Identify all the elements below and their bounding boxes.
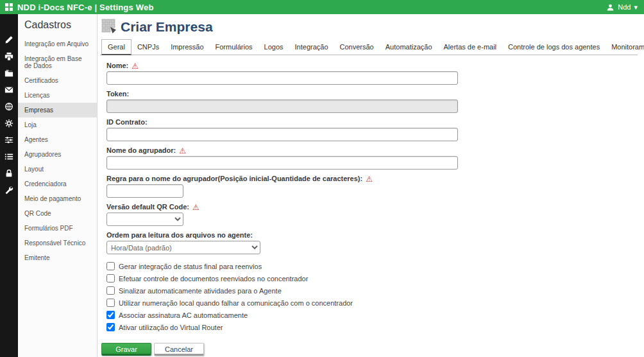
top-bar: NDD i-Docs NFC-e | Settings Web Ndd ▾: [0, 0, 644, 14]
assinatura-ac-checkbox[interactable]: [106, 311, 115, 319]
sidebar-item-integracao-base-dados[interactable]: Integração em Base de Dados: [18, 51, 97, 73]
sidebar-item-agentes[interactable]: Agentes: [18, 132, 97, 147]
virtual-router-checkbox[interactable]: [106, 323, 115, 331]
field-ordem-leitura: Ordem para leitura dos arquivos no agent…: [106, 231, 638, 254]
mail-icon[interactable]: [4, 85, 14, 94]
sidebar-item-certificados[interactable]: Certificados: [18, 73, 97, 88]
page-header: Criar Empresa: [100, 17, 638, 37]
user-icon: [606, 3, 614, 12]
id-contrato-label: ID Contrato:: [106, 118, 638, 126]
module-grid-icon: [101, 18, 117, 36]
warning-icon: ⚠: [366, 175, 373, 183]
field-id-contrato: ID Contrato:: [106, 118, 638, 141]
tab-conversao[interactable]: Conversão: [334, 40, 380, 55]
chevron-down-icon: ▾: [634, 3, 638, 12]
field-regra-agrupador: Regra para o nome do agrupador(Posição i…: [106, 175, 638, 198]
pen-icon[interactable]: [4, 35, 14, 44]
sidebar-item-agrupadores[interactable]: Agrupadores: [18, 147, 97, 162]
app-window: NDD i-Docs NFC-e | Settings Web Ndd ▾: [0, 0, 644, 357]
sidebar-item-credenciadora[interactable]: Credenciadora: [18, 177, 97, 191]
checkbox-assinatura-ac: Associar assinatura AC automaticamente: [106, 311, 638, 319]
warning-icon: ⚠: [192, 204, 199, 211]
lock-icon[interactable]: [4, 168, 14, 178]
nome-agrupador-label: Nome do agrupador: ⚠: [106, 146, 638, 155]
checkbox-group: Gerar integração de status final para re…: [106, 262, 638, 331]
nome-input[interactable]: [106, 71, 458, 85]
token-label: Token:: [106, 90, 638, 98]
sidebar-item-licencas[interactable]: Licenças: [18, 88, 97, 103]
tab-formularios[interactable]: Formulários: [210, 40, 258, 55]
form-actions: Gravar Cancelar: [101, 343, 638, 356]
tab-integracao[interactable]: Integração: [289, 40, 334, 55]
checkbox-sinalizar-atividades: Sinalizar automaticamente atividades par…: [106, 286, 638, 295]
numeracao-local-checkbox[interactable]: [106, 299, 115, 307]
icon-rail: [0, 14, 18, 357]
tab-automatizacao[interactable]: Automatização: [380, 40, 438, 55]
sidebar-title: Cadastros: [18, 14, 97, 37]
printer-icon[interactable]: [4, 51, 14, 61]
regra-agrupador-label: Regra para o nome do agrupador(Posição i…: [106, 175, 638, 183]
globe-icon[interactable]: [4, 101, 14, 111]
field-nome-agrupador: Nome do agrupador: ⚠: [106, 146, 638, 170]
sidebar-item-emitente[interactable]: Emitente: [18, 250, 97, 265]
sidebar-item-meio-pagamento[interactable]: Meio de pagamento: [18, 191, 97, 206]
page-title: Criar Empresa: [121, 19, 213, 35]
form-geral: Nome: ⚠ Token: ID Contrato:: [100, 55, 638, 356]
tab-controle-logs-agentes[interactable]: Controle de logs dos agentes: [502, 40, 606, 55]
tab-logos[interactable]: Logos: [258, 40, 289, 55]
efetuar-controle-reenviados-checkbox[interactable]: [106, 274, 115, 283]
app-title: NDD i-Docs NFC-e | Settings Web: [17, 3, 154, 12]
user-menu[interactable]: Ndd ▾: [606, 3, 638, 12]
warning-icon: ⚠: [179, 147, 186, 155]
tab-monitoramento-agente[interactable]: Monitoramento do Agente: [606, 40, 644, 55]
tab-alertas-email[interactable]: Alertas de e-mail: [438, 40, 503, 55]
sidebar-item-layout[interactable]: Layout: [18, 162, 97, 177]
sidebar-item-responsavel-tecnico[interactable]: Responsável Técnico: [18, 236, 97, 250]
field-nome: Nome: ⚠: [106, 62, 638, 85]
sidebar-item-formularios-pdf[interactable]: Formulários PDF: [18, 221, 97, 236]
sliders-icon[interactable]: [4, 135, 14, 144]
wrench-icon[interactable]: [4, 185, 14, 195]
tab-bar: Geral CNPJs Impressão Formulários Logos …: [100, 39, 638, 55]
nome-label: Nome: ⚠: [106, 62, 638, 70]
sidebar-cadastros: Cadastros Integração em Arquivo Integraç…: [18, 14, 97, 357]
cancelar-button[interactable]: Cancelar: [154, 343, 204, 356]
warning-icon: ⚠: [131, 62, 139, 70]
checkbox-efetuar-controle-reenviados: Efetuar controle de documentos reenviado…: [106, 274, 638, 283]
tab-cnpjs[interactable]: CNPJs: [131, 40, 165, 55]
checkbox-gerar-integracao-status: Gerar integração de status final para re…: [106, 262, 638, 270]
checkbox-virtual-router: Ativar utilização do Virtual Router: [106, 323, 638, 331]
versao-qr-select[interactable]: [106, 213, 183, 226]
gear-icon[interactable]: [4, 118, 14, 128]
nome-agrupador-input[interactable]: [106, 156, 458, 170]
sidebar-item-empresas[interactable]: Empresas: [18, 103, 97, 118]
tab-impressao[interactable]: Impressão: [165, 40, 209, 55]
token-input: [106, 100, 458, 113]
user-name: Ndd: [618, 3, 631, 11]
gravar-button[interactable]: Gravar: [101, 343, 151, 356]
field-versao-qr: Versão default QR Code: ⚠: [106, 203, 638, 226]
sidebar-item-integracao-arquivo[interactable]: Integração em Arquivo: [18, 37, 97, 51]
list-icon[interactable]: [4, 152, 14, 161]
main-content: Criar Empresa Geral CNPJs Impressão Form…: [97, 14, 644, 357]
field-token: Token:: [106, 90, 638, 113]
ordem-leitura-select[interactable]: Hora/Data (padrão): [106, 241, 260, 254]
checkbox-numeracao-local: Utilizar numeração local quando falhar a…: [106, 299, 638, 307]
regra-agrupador-input[interactable]: [106, 184, 183, 198]
id-contrato-input[interactable]: [106, 128, 458, 141]
gerar-integracao-status-checkbox[interactable]: [106, 262, 115, 270]
tab-geral[interactable]: Geral: [101, 39, 131, 55]
versao-qr-label: Versão default QR Code: ⚠: [106, 203, 638, 211]
sinalizar-atividades-checkbox[interactable]: [106, 286, 115, 295]
app-grid-icon[interactable]: [5, 3, 13, 11]
ordem-leitura-label: Ordem para leitura dos arquivos no agent…: [106, 231, 638, 239]
sidebar-item-loja[interactable]: Loja: [18, 118, 97, 132]
sidebar-item-qr-code[interactable]: QR Code: [18, 206, 97, 221]
folders-icon[interactable]: [4, 68, 14, 78]
